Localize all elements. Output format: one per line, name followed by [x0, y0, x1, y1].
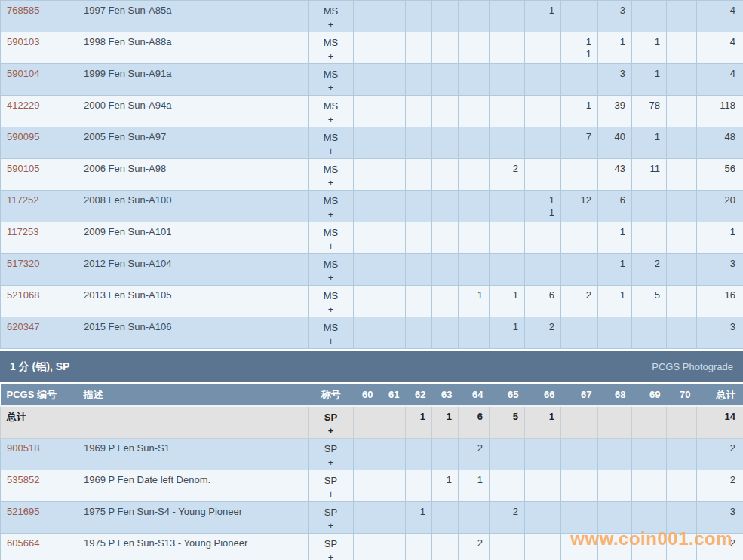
table-row: 9005181969 P Fen Sun-S1SP +22 [1, 439, 743, 470]
column-header-62: 62 [406, 384, 432, 406]
grade-count-cell-61 [379, 32, 406, 64]
pcgs-number-link[interactable]: 117252 [1, 191, 78, 222]
grade-count-cell-70 [667, 470, 697, 502]
total-count-cell: 118 [697, 96, 743, 127]
grade-designation: MS + [309, 32, 354, 64]
grade-count-cell-68 [598, 502, 632, 534]
grade-count-cell-60 [354, 286, 379, 317]
grade-count-cell-66 [525, 96, 561, 127]
grade-count-cell-69 [632, 1, 667, 32]
grade-count-cell-70 [667, 254, 697, 286]
grade-count-cell-70 [667, 406, 697, 439]
table-row: 6056641975 P Fen Sun-S13 - Young Pioneer… [1, 534, 743, 560]
grade-count-cell-68: 3 [598, 64, 632, 96]
grade-count-cell-68 [598, 534, 632, 560]
grade-count-cell-63 [432, 502, 459, 534]
grade-count-cell-69 [632, 222, 667, 254]
grade-count-cell-62 [406, 222, 432, 254]
column-header-total: 总计 [697, 384, 743, 406]
grade-count-cell-63 [432, 191, 459, 222]
grade-count-cell-67 [561, 502, 598, 534]
grade-count-cell-61 [379, 317, 406, 349]
table-row: 6203472015 Fen Sun-A106MS +123 [1, 317, 743, 349]
grade-count-cell-60 [354, 502, 379, 534]
table-row: 5901052006 Fen Sun-A98MS +2431156 [1, 159, 743, 191]
grade-count-cell-63 [432, 286, 459, 317]
grade-count-cell-65: 2 [490, 159, 525, 191]
grade-count-cell-64: 1 [459, 470, 490, 502]
grade-count-cell-69 [632, 470, 667, 502]
grade-count-cell-65 [490, 439, 525, 470]
pcgs-number-link[interactable]: 412229 [1, 96, 78, 127]
grade-count-cell-63 [432, 1, 459, 32]
coin-description: 1969 P Fen Date left Denom. [78, 470, 309, 502]
pcgs-number-link[interactable]: 117253 [1, 222, 78, 254]
grade-designation: MS + [309, 254, 354, 286]
pcgs-number-link[interactable]: 605664 [1, 534, 78, 560]
grade-count-cell-68 [598, 317, 632, 349]
coin-description [78, 406, 309, 439]
grade-count-cell-61 [379, 191, 406, 222]
grade-count-cell-65 [490, 64, 525, 96]
pcgs-number-link[interactable]: 900518 [1, 439, 78, 470]
pcgs-number-link[interactable]: 768585 [1, 1, 78, 32]
grade-count-cell-67 [561, 64, 598, 96]
pcgs-number-link[interactable]: 521068 [1, 286, 78, 317]
pcgs-number-link[interactable]: 521695 [1, 502, 78, 534]
column-header-63: 63 [432, 384, 459, 406]
grade-count-cell-64 [459, 317, 490, 349]
pcgs-number-link[interactable]: 590105 [1, 159, 78, 191]
grade-count-cell-64 [459, 222, 490, 254]
grade-count-cell-61 [379, 286, 406, 317]
grade-count-cell-66 [525, 32, 561, 64]
grade-count-cell-66 [525, 254, 561, 286]
column-header-65: 65 [490, 384, 525, 406]
pcgs-number-link[interactable]: 590095 [1, 127, 78, 159]
grade-count-cell-65 [490, 222, 525, 254]
grade-count-cell-70 [667, 286, 697, 317]
grade-count-cell-70 [667, 222, 697, 254]
coin-description: 2012 Fen Sun-A104 [78, 254, 309, 286]
grade-count-cell-63 [432, 254, 459, 286]
pcgs-number-link[interactable]: 517320 [1, 254, 78, 286]
pcgs-number-link[interactable]: 590103 [1, 32, 78, 64]
grade-count-cell-69: 5 [632, 286, 667, 317]
total-count-cell: 1 [697, 222, 743, 254]
grade-count-cell-70 [667, 502, 697, 534]
sp-population-table: PCGS 编号描述称号6061626364656667686970总计 总计SP… [0, 384, 743, 560]
pcgs-number-link[interactable]: 590104 [1, 64, 78, 96]
grade-count-cell-61 [379, 254, 406, 286]
grade-count-cell-68: 40 [598, 127, 632, 159]
column-header-67: 67 [561, 384, 598, 406]
pcgs-photograde-link[interactable]: PCGS Photograde [652, 361, 733, 372]
coin-description: 1975 P Fen Sun-S4 - Young Pioneer [78, 502, 309, 534]
grade-count-cell-62: 1 [406, 502, 432, 534]
grade-count-cell-66 [525, 222, 561, 254]
pcgs-number-link[interactable]: 535852 [1, 470, 78, 502]
coin-description: 1975 P Fen Sun-S13 - Young Pioneer [78, 534, 309, 560]
column-header-64: 64 [459, 384, 490, 406]
grade-count-cell-67 [561, 406, 598, 439]
grade-count-cell-60 [354, 127, 379, 159]
total-count-cell: 48 [697, 127, 743, 159]
grade-count-cell-65 [490, 534, 525, 560]
coin-description: 1999 Fen Sun-A91a [78, 64, 309, 96]
grade-count-cell-60 [354, 96, 379, 127]
grade-designation: MS + [309, 191, 354, 222]
grade-count-cell-68 [598, 470, 632, 502]
table-row: 7685851997 Fen Sun-A85aMS +134 [1, 1, 743, 32]
grade-count-cell-69 [632, 534, 667, 560]
grade-count-cell-65 [490, 254, 525, 286]
grade-count-cell-65: 1 [490, 286, 525, 317]
grade-count-cell-67 [561, 254, 598, 286]
section-header-bar: 1 分 (铝), SP PCGS Photograde [0, 351, 743, 382]
grade-count-cell-62 [406, 1, 432, 32]
grade-count-cell-67: 12 [561, 191, 598, 222]
pcgs-number-link[interactable]: 620347 [1, 317, 78, 349]
total-count-cell: 16 [697, 286, 743, 317]
grade-count-cell-67 [561, 470, 598, 502]
grade-count-cell-67 [561, 534, 598, 560]
grade-designation: MS + [309, 317, 354, 349]
grade-count-cell-69 [632, 502, 667, 534]
grade-count-cell-70 [667, 1, 697, 32]
